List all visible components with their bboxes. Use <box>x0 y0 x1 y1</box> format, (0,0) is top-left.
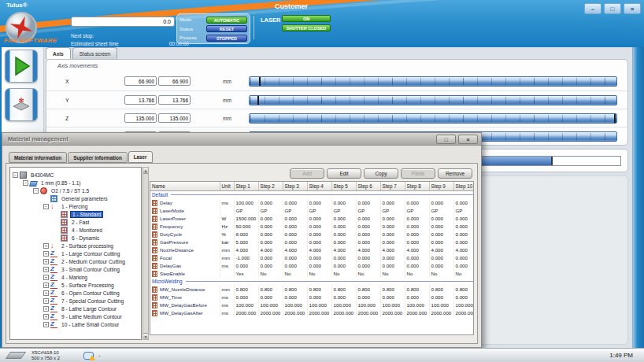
step-value-cell[interactable]: 0.000 <box>453 199 474 207</box>
parameter-row[interactable]: LaserModeGPGPGPGPGPGPGPGPGPGP <box>150 207 474 215</box>
step-value-cell[interactable]: 0.000 <box>283 215 307 223</box>
step-value-cell[interactable]: 0.000 <box>380 231 405 238</box>
step-value-cell[interactable]: 0.000 <box>307 199 331 207</box>
tree-expander-icon[interactable]: + <box>43 243 49 249</box>
step-value-cell[interactable]: 0.000 <box>258 262 283 270</box>
step-value-cell[interactable]: No <box>331 270 356 278</box>
step-value-cell[interactable]: 0.000 <box>258 238 283 246</box>
step-value-cell[interactable]: 0.000 <box>453 254 474 262</box>
restore-icon[interactable]: □ <box>604 3 621 14</box>
minimize-icon[interactable]: – <box>584 3 601 14</box>
step-value-cell[interactable]: 50.000 <box>234 223 258 231</box>
step-value-cell[interactable]: 0.000 <box>258 199 283 207</box>
tree-item[interactable]: +7 - Special Contour Cutting <box>10 297 141 305</box>
step-value-cell[interactable]: GP <box>380 207 405 215</box>
laser-head-button[interactable] <box>5 88 38 121</box>
tree-expander-icon[interactable]: − <box>23 180 28 186</box>
tree-scrollbar[interactable]: ▲ ▼ <box>142 167 149 340</box>
step-value-cell[interactable]: 0.000 <box>405 262 429 270</box>
step-value-cell[interactable]: 0.000 <box>429 199 453 207</box>
parameter-row[interactable]: MW_DelayGasAfterms2000.0002000.0002000.0… <box>150 309 474 317</box>
step-value-cell[interactable]: 2000.000 <box>283 309 307 317</box>
parameter-row[interactable]: StepEnableYesNoNoNoNoNoNoNoNoNo <box>150 270 474 278</box>
step-value-cell[interactable]: 4.000 <box>283 246 307 254</box>
step-value-cell[interactable]: GP <box>234 207 258 215</box>
step-value-cell[interactable]: 0.000 <box>453 231 474 238</box>
step-value-cell[interactable]: 0.000 <box>405 294 429 301</box>
step-value-cell[interactable]: 4.000 <box>453 246 474 254</box>
step-value-cell[interactable]: 100.000 <box>258 301 283 309</box>
step-value-cell[interactable]: 0.000 <box>258 254 283 262</box>
axis-actual-input[interactable] <box>158 76 191 86</box>
step-value-cell[interactable]: Yes <box>234 270 258 278</box>
program-counter-input[interactable] <box>71 17 175 27</box>
step-value-cell[interactable]: GP <box>283 207 307 215</box>
scroll-down-icon[interactable]: ▼ <box>143 333 148 339</box>
step-value-cell[interactable]: 0.000 <box>283 262 307 270</box>
step-value-cell[interactable]: 0.000 <box>453 215 474 223</box>
step-value-cell[interactable]: 2000.000 <box>429 309 453 317</box>
tree-expander-icon[interactable]: − <box>13 172 18 178</box>
step-value-cell[interactable]: 100.000 <box>283 301 307 309</box>
step-value-cell[interactable]: 4.000 <box>331 246 356 254</box>
step-value-cell[interactable]: 0.000 <box>380 262 405 270</box>
step-value-cell[interactable]: 0.800 <box>453 286 474 294</box>
step-value-cell[interactable]: 0.000 <box>380 294 405 301</box>
tree-expander-icon[interactable]: + <box>43 322 49 327</box>
step-value-cell[interactable]: 1500.000 <box>234 215 258 223</box>
step-value-cell[interactable]: 0.000 <box>356 199 380 207</box>
tree-expander-icon[interactable]: + <box>43 314 49 320</box>
dialog-tab-laser[interactable]: Laser <box>128 151 153 163</box>
step-value-cell[interactable]: 0.000 <box>453 238 474 246</box>
step-value-cell[interactable]: 0.000 <box>283 238 307 246</box>
step-value-cell[interactable]: 0.000 <box>429 294 453 301</box>
step-value-cell[interactable]: 0.000 <box>331 223 356 231</box>
tree-expander-icon[interactable]: + <box>43 283 49 288</box>
step-value-cell[interactable]: 0.000 <box>405 238 429 246</box>
step-value-cell[interactable]: 0.000 <box>356 262 380 270</box>
step-value-cell[interactable]: 0.000 <box>331 199 356 207</box>
step-value-cell[interactable]: 0.000 <box>258 215 283 223</box>
step-value-cell[interactable]: -1.000 <box>234 254 258 262</box>
tree-item[interactable]: +3 - Small Contour Cutting <box>10 265 141 273</box>
step-value-cell[interactable]: No <box>453 270 474 278</box>
step-value-cell[interactable]: 0.000 <box>234 294 258 301</box>
step-value-cell[interactable]: 0.000 <box>453 223 474 231</box>
parameter-row[interactable]: Focalmm-1.0000.0000.0000.0000.0000.0000.… <box>150 254 474 262</box>
step-value-cell[interactable]: 0.000 <box>356 231 380 238</box>
step-value-cell[interactable]: 100.000 <box>380 301 405 309</box>
parameter-row[interactable]: GasPressurebar5.0000.0000.0000.0000.0000… <box>150 238 474 246</box>
tree-item[interactable]: 6 - Dynamic <box>10 234 141 242</box>
step-value-cell[interactable]: 0.000 <box>429 231 453 238</box>
scroll-up-icon[interactable]: ▲ <box>143 168 148 174</box>
step-value-cell[interactable]: 0.000 <box>356 215 380 223</box>
step-value-cell[interactable]: No <box>380 270 405 278</box>
message-warning-icon[interactable] <box>83 352 94 360</box>
step-value-cell[interactable]: 100.000 <box>429 301 453 309</box>
tree-item[interactable]: +8 - Lathe Large Contour <box>10 305 141 312</box>
step-value-cell[interactable]: 0.000 <box>331 238 356 246</box>
dialog-close-icon[interactable]: × <box>458 135 478 144</box>
step-value-cell[interactable]: 100.000 <box>356 301 380 309</box>
dialog-titlebar[interactable]: Material management □ × <box>2 133 481 146</box>
step-value-cell[interactable]: 0.000 <box>234 262 258 270</box>
tree-item[interactable]: +6 - Open Contour Cutting <box>10 289 141 297</box>
tree-expander-icon[interactable]: − <box>33 188 39 194</box>
step-value-cell[interactable]: 0.000 <box>405 254 429 262</box>
tree-expander-icon[interactable]: + <box>43 259 49 264</box>
close-icon[interactable]: × <box>624 3 641 14</box>
tree-expander-icon[interactable]: + <box>43 267 49 272</box>
step-value-cell[interactable]: 0.000 <box>331 294 356 301</box>
step-value-cell[interactable]: 0.000 <box>307 262 331 270</box>
tree-expander-icon[interactable]: + <box>43 298 49 304</box>
tree-expander-icon[interactable]: − <box>43 204 49 209</box>
step-value-cell[interactable]: GP <box>429 207 453 215</box>
step-value-cell[interactable]: 100.000 <box>453 301 474 309</box>
step-value-cell[interactable]: 0.800 <box>307 286 331 294</box>
tree-item[interactable]: +10 - Lathe Small Contour <box>10 320 141 328</box>
step-value-cell[interactable]: 0.800 <box>283 286 307 294</box>
step-value-cell[interactable]: 0.000 <box>380 215 405 223</box>
step-value-cell[interactable]: 0.000 <box>380 223 405 231</box>
step-value-cell[interactable]: 100.000 <box>234 199 258 207</box>
step-value-cell[interactable]: 0.000 <box>307 215 331 223</box>
